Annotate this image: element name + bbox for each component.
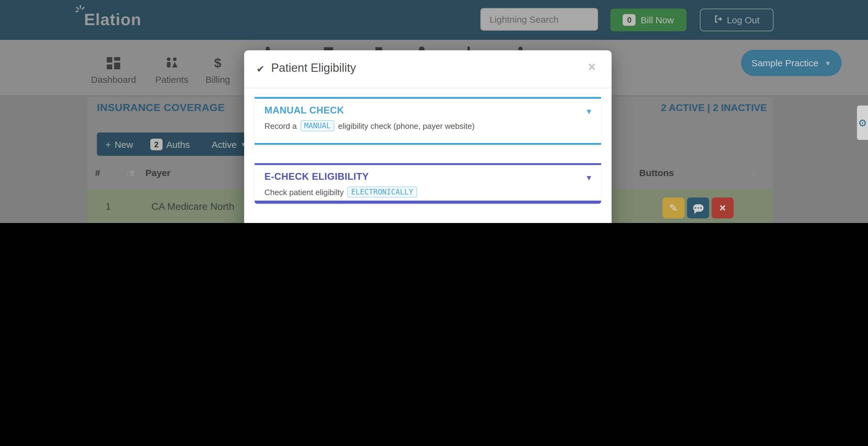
check-icon: ✔ — [256, 63, 265, 75]
caret-down-icon[interactable]: ▼ — [585, 174, 593, 182]
modal-title: Patient Eligibility — [271, 61, 356, 75]
manual-desc-before: Record a — [265, 121, 297, 130]
manual-check-heading: MANUAL CHECK — [265, 105, 591, 116]
echeck-desc-before: Check patient eligibilty — [265, 187, 344, 197]
caret-down-icon[interactable]: ▼ — [585, 107, 593, 116]
patient-eligibility-modal: ✔ Patient Eligibility × MANUAL CHECK ▼ R… — [244, 50, 612, 223]
manual-desc-after: eligibility check (phone, payer website) — [338, 121, 474, 130]
echeck-heading: E-CHECK ELIGIBILITY — [265, 171, 591, 182]
close-icon[interactable]: × — [584, 59, 599, 75]
manual-badge: MANUAL — [301, 120, 335, 131]
modal-header: ✔ Patient Eligibility × — [244, 50, 612, 88]
manual-check-section[interactable]: MANUAL CHECK ▼ Record a MANUAL eligibili… — [255, 97, 601, 145]
echeck-eligibility-section[interactable]: E-CHECK ELIGIBILITY ▼ Check patient elig… — [255, 163, 601, 204]
screen: Elation 0 Bill Now Log Out Dashboard Pat… — [0, 0, 868, 223]
electronically-badge: ELECTRONICALLY — [347, 186, 417, 198]
